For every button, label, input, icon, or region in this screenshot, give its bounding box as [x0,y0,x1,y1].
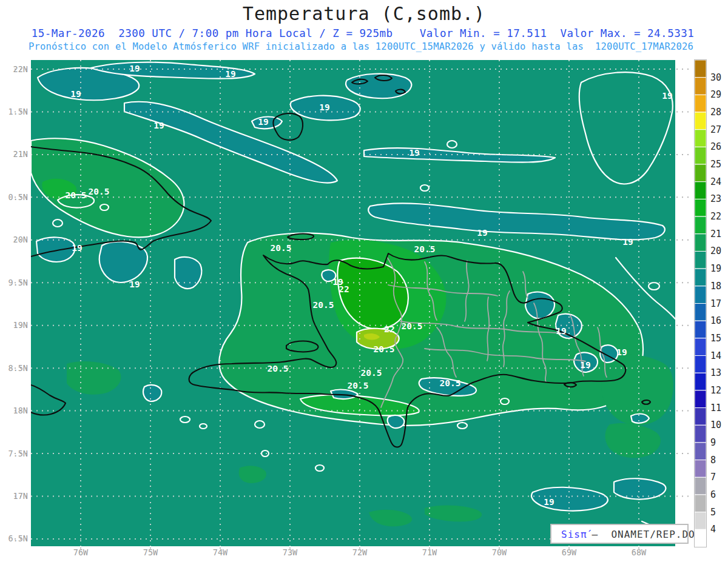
contour-label: 20.5 [361,368,382,378]
colorbar-tick-label: 29 [710,89,721,100]
colorbar-tick-label: 28 [710,107,721,118]
colorbar-tick-label: 10 [710,420,721,430]
colorbar-tick-label: 22 [710,211,721,222]
colorbar-tick-label: 24 [710,176,721,187]
contour-label: 19 [153,121,164,130]
contour-label: 20.5 [414,244,436,254]
colorbar-segment [695,460,706,478]
colorbar-segment [695,286,706,304]
weather-map-page: Temperatura (C,somb.) 15-Mar-2026 2300 U… [0,0,728,562]
colorbar-tick-label: 9 [710,437,716,448]
contour-label: 20.5 [402,321,423,331]
colorbar-tick-label: 23 [710,193,721,204]
lat-label: 18N [13,406,28,415]
colorbar-tick-label: 17 [710,298,721,309]
contour-label: 19 [225,69,235,79]
colorbar-tick-label: 16 [710,315,721,326]
colorbar-tick-label: 6 [710,489,716,500]
contour-label: 20.5 [374,344,395,354]
colorbar-tick-label: 21 [710,229,721,239]
lat-label: 21N [13,149,28,159]
contour-label: 19 [556,326,566,336]
colorbar-segment [695,95,706,112]
branding-org-name: – ONAMET/REP.DOM. [592,529,708,540]
lon-label: 74W [213,547,228,557]
colorbar-segment [695,529,706,547]
branding-label: Sisπ́– ONAMET/REP.DOM. [561,529,708,540]
temperature-map-figure: Temperatura (C,somb.) 15-Mar-2026 2300 U… [0,0,728,562]
model-init-line: Pronóstico con el Modelo Atmósferico WRF… [29,41,693,52]
colorbar-tick-label: 30 [710,72,721,83]
contour-label: 20.5 [268,364,289,373]
colorbar-segment [695,216,706,234]
colorbar-tick-label: 18 [710,281,721,292]
colorbar-segment [695,512,706,530]
branding-box: Sisπ́– ONAMET/REP.DOM. [551,524,708,543]
colorbar-tick-label: 25 [710,159,721,170]
page-title: Temperatura (C,somb.) [243,3,485,24]
contour-label: 19 [319,102,329,112]
colorbar-segment [695,338,706,356]
contour-label: 22 [339,284,349,294]
branding-app-name: Sisπ́ [561,529,592,540]
colorbar-tick-label: 13 [710,367,721,378]
contour-label: 20.5 [89,187,110,196]
forecast-valid-line: 15-Mar-2026 2300 UTC / 7:00 pm Hora Loca… [32,27,695,39]
colorbar-tick-label: 15 [710,333,721,344]
colorbar-segment [695,390,706,408]
lat-label: 6.5N [8,534,28,543]
contour-label: 19 [477,228,487,238]
colorbar-segment [695,321,706,338]
colorbar-segment [695,477,706,495]
lat-label: 9.5N [8,278,28,287]
colorbar-tick-label: 19 [710,263,721,274]
lat-label: 17N [13,491,28,501]
map-plot-area: 191919191919191919191919191919191920.520… [8,60,707,557]
colorbar-tick-label: 8 [710,455,716,466]
colorbar-segment [695,78,706,95]
contour-label: 19 [622,237,633,247]
lon-label: 69W [562,547,577,557]
contour-label: 19 [544,497,554,507]
colorbar-segment [695,234,706,252]
colorbar-segment [695,164,706,182]
lat-label: 8.5N [8,363,28,373]
contour-label: 20.5 [440,378,461,388]
colorbar-legend: 3029282726252423222120191817161514131211… [695,60,721,547]
colorbar-tick-label: 7 [710,472,716,483]
contour-label: 19 [662,91,672,101]
colorbar-segment [695,443,706,460]
lat-label: 20N [13,235,28,244]
colorbar-tick-label: 14 [710,350,721,361]
colorbar-segment [695,147,706,164]
lat-label: 1.5N [8,107,28,116]
contour-label: 20.5 [271,243,292,253]
contour-label: 20.5 [66,190,87,200]
lon-label: 73W [283,547,298,557]
lon-label: 72W [352,547,368,557]
colorbar-tick-label: 4 [710,524,716,535]
lon-label: 71W [422,547,437,557]
colorbar-tick-label: 20 [710,246,721,256]
colorbar-tick-label: 5 [710,507,716,518]
colorbar-segment [695,112,706,130]
colorbar-segment [695,60,706,78]
colorbar-segment [695,408,706,426]
colorbar-tick-label: 12 [710,385,721,396]
lat-label: 7.5N [8,449,28,458]
lon-label: 76W [73,547,89,557]
colorbar-segment [695,182,706,199]
colorbar-tick-label: 27 [710,124,721,135]
colorbar-segment [695,373,706,390]
contour-label: 20.5 [313,300,334,310]
contour-label: 22 [384,324,394,334]
colorbar-tick-label: 11 [710,403,721,413]
colorbar-segment [695,199,706,216]
lon-label: 70W [492,547,507,557]
contour-label: 19 [409,148,419,158]
contour-label: 19 [72,243,82,253]
colorbar-segment [695,425,706,443]
colorbar-segment [695,356,706,373]
colorbar-segment [695,269,706,286]
colorbar-segment [695,130,706,147]
